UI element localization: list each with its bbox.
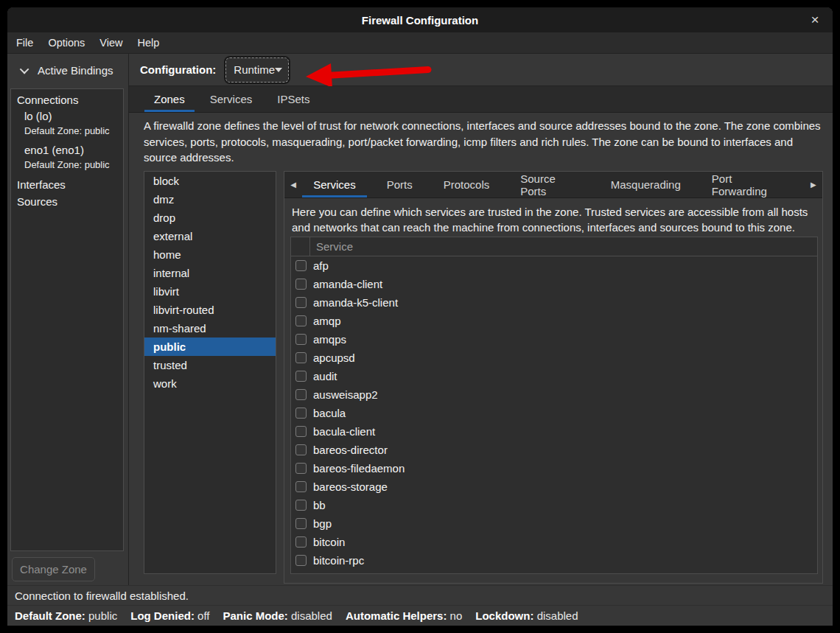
menu-file[interactable]: File [9,32,41,54]
zone-item-work[interactable]: work [144,374,276,393]
table-row-partial[interactable] [291,570,817,574]
service-name: bareos-filedaemon [307,462,405,475]
status-text: Connection to firewalld established. [15,590,189,602]
checkbox-column-header[interactable] [291,237,310,256]
service-checkbox[interactable] [295,315,307,326]
table-row[interactable]: amanda-client [291,275,817,293]
service-checkbox[interactable] [295,426,307,437]
connection-name[interactable]: lo (lo) [11,108,123,125]
service-checkbox[interactable] [295,518,307,529]
status-log-denied: Log Denied: off [130,609,209,622]
statusbar-summary: Default Zone: public Log Denied: off Pan… [7,605,833,626]
service-checkbox[interactable] [295,297,307,308]
tree-item-interfaces[interactable]: Interfaces [11,176,123,193]
service-checkbox[interactable] [295,536,307,548]
active-bindings-expander[interactable]: Active Bindings [7,54,128,86]
zone-item-libvirt[interactable]: libvirt [144,282,276,301]
ztab-masquerading[interactable]: Masquerading [600,172,692,197]
service-checkbox[interactable] [295,573,307,574]
service-checkbox[interactable] [295,279,307,290]
service-name: audit [307,370,337,382]
table-row[interactable]: audit [291,367,817,385]
table-row[interactable]: ausweisapp2 [291,385,817,404]
zones-description: A firewalld zone defines the level of tr… [144,118,822,166]
ztab-protocols[interactable]: Protocols [433,172,501,197]
table-row[interactable]: bitcoin-rpc [291,551,817,570]
zone-item-nm-shared[interactable]: nm-shared [144,319,276,338]
service-name: bitcoin-rpc [307,554,364,567]
service-checkbox[interactable] [295,408,307,419]
table-row[interactable]: amqp [291,312,817,330]
zone-item-trusted[interactable]: trusted [144,356,276,374]
service-checkbox[interactable] [295,444,307,455]
tabs-scroll-left-icon[interactable]: ◀ [284,172,302,197]
service-checkbox[interactable] [295,555,307,566]
services-table-header: Service [291,237,817,256]
services-rows: afpamanda-clientamanda-k5-clientamqpamqp… [291,256,817,570]
zone-item-dmz[interactable]: dmz [144,190,276,209]
zone-item-home[interactable]: home [144,245,276,264]
service-name: afp [307,259,329,272]
zone-item-internal[interactable]: internal [144,264,276,282]
tree-item-sources[interactable]: Sources [11,193,123,210]
tab-services[interactable]: Services [200,86,262,112]
zone-item-drop[interactable]: drop [144,209,276,227]
ztab-ports[interactable]: Ports [376,172,424,197]
tree-connection-lo[interactable]: lo (lo) Default Zone: public [11,108,123,139]
table-row[interactable]: bareos-director [291,441,817,459]
service-checkbox[interactable] [295,481,307,492]
tab-zones[interactable]: Zones [144,86,195,112]
table-row[interactable]: amanda-k5-client [291,293,817,312]
table-row[interactable]: bacula-client [291,422,817,441]
change-zone-button[interactable]: Change Zone [12,557,95,581]
tab-ipsets[interactable]: IPSets [267,86,319,112]
service-checkbox[interactable] [295,334,307,345]
service-checkbox[interactable] [295,352,307,363]
menu-help[interactable]: Help [130,32,167,54]
ztab-source-ports[interactable]: Source Ports [509,172,591,197]
tree-connection-eno1[interactable]: eno1 (eno1) Default Zone: public [11,142,123,172]
zone-item-libvirt-routed[interactable]: libvirt-routed [144,301,276,319]
ztab-port-forwarding[interactable]: Port Forwarding [701,172,796,197]
service-checkbox[interactable] [295,463,307,474]
status-default-zone: Default Zone: public [15,609,117,622]
service-column-header[interactable]: Service [310,237,817,256]
service-name: bb [307,499,326,511]
zone-list: block dmz drop external home internal li… [144,171,276,574]
zone-item-external[interactable]: external [144,227,276,245]
connection-name[interactable]: eno1 (eno1) [11,142,123,158]
table-row[interactable]: apcupsd [291,349,817,367]
connection-default-zone: Default Zone: public [11,158,123,172]
table-row[interactable]: bitcoin [291,533,817,551]
zone-settings-tabbar: ◀ Services Ports Protocols Source Ports … [284,172,822,198]
zone-item-public-selected[interactable]: public [144,338,276,356]
table-row[interactable]: bareos-storage [291,478,817,496]
zone-item-block[interactable]: block [144,172,276,190]
titlebar: Firewall Configuration × [7,7,833,32]
service-checkbox[interactable] [295,371,307,382]
table-row[interactable]: bareos-filedaemon [291,459,817,478]
table-row[interactable]: amqps [291,330,817,349]
table-row[interactable]: bb [291,496,817,514]
table-row[interactable]: afp [291,256,817,275]
service-name: bareos-storage [307,480,388,493]
service-checkbox[interactable] [295,389,307,400]
service-checkbox[interactable] [295,500,307,511]
tabs-scroll-right-icon[interactable]: ▶ [805,172,822,197]
window-title: Firewall Configuration [362,14,478,27]
menu-options[interactable]: Options [41,32,92,54]
configuration-value: Runtime [234,63,275,76]
service-name: amanda-k5-client [307,296,398,309]
ztab-services[interactable]: Services [302,172,367,197]
configuration-dropdown[interactable]: Runtime [225,57,289,83]
dropdown-caret-icon [275,68,282,72]
status-lockdown: Lockdown: disabled [475,609,578,622]
menu-view[interactable]: View [92,32,130,54]
table-row[interactable]: bgp [291,514,817,533]
table-row[interactable]: bacula [291,404,817,422]
close-icon[interactable]: × [805,7,825,32]
service-name: amanda-client [307,278,382,290]
service-checkbox[interactable] [295,260,307,271]
tree-item-connections[interactable]: Connections [11,91,123,108]
status-panic-mode: Panic Mode: disabled [223,609,332,622]
